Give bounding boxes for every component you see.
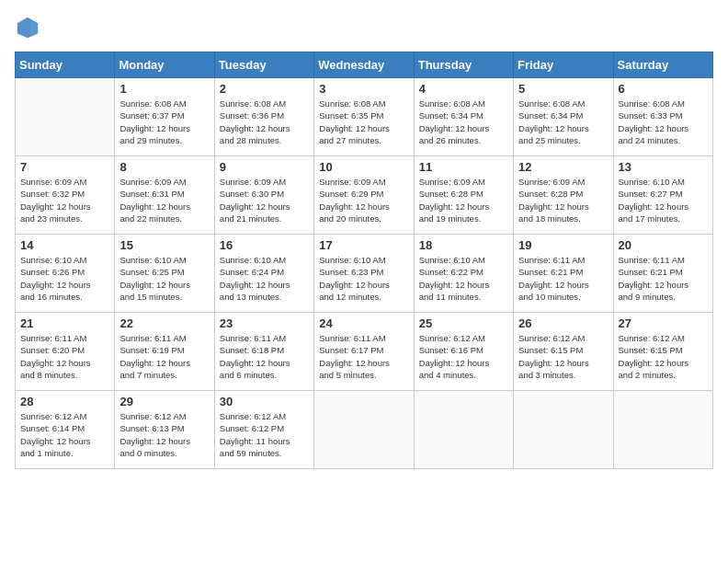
day-cell: 27Sunrise: 6:12 AM Sunset: 6:15 PM Dayli… [613, 313, 712, 391]
day-info: Sunrise: 6:11 AM Sunset: 6:20 PM Dayligh… [20, 332, 109, 381]
day-info: Sunrise: 6:09 AM Sunset: 6:30 PM Dayligh… [220, 176, 309, 224]
day-cell [613, 391, 712, 469]
day-cell [414, 391, 513, 469]
day-number: 13 [619, 160, 708, 174]
day-number: 18 [419, 238, 508, 252]
weekday-header-friday: Friday [514, 52, 613, 78]
calendar: SundayMondayTuesdayWednesdayThursdayFrid… [15, 52, 713, 469]
weekday-header-sunday: Sunday [16, 52, 115, 78]
day-cell: 1Sunrise: 6:08 AM Sunset: 6:37 PM Daylig… [115, 78, 214, 156]
day-number: 30 [220, 395, 309, 408]
day-cell: 15Sunrise: 6:10 AM Sunset: 6:25 PM Dayli… [115, 235, 214, 313]
day-number: 20 [619, 238, 708, 252]
day-info: Sunrise: 6:12 AM Sunset: 6:15 PM Dayligh… [518, 332, 608, 381]
day-number: 8 [119, 160, 209, 174]
day-number: 25 [419, 316, 508, 330]
day-info: Sunrise: 6:11 AM Sunset: 6:21 PM Dayligh… [619, 254, 708, 303]
day-cell: 16Sunrise: 6:10 AM Sunset: 6:24 PM Dayli… [214, 235, 313, 313]
day-info: Sunrise: 6:10 AM Sunset: 6:27 PM Dayligh… [619, 176, 708, 224]
day-cell: 5Sunrise: 6:08 AM Sunset: 6:34 PM Daylig… [514, 78, 613, 156]
day-number: 21 [20, 316, 109, 330]
day-info: Sunrise: 6:08 AM Sunset: 6:36 PM Dayligh… [220, 98, 309, 146]
week-row-2: 7Sunrise: 6:09 AM Sunset: 6:32 PM Daylig… [16, 156, 713, 235]
day-cell: 9Sunrise: 6:09 AM Sunset: 6:30 PM Daylig… [214, 156, 313, 235]
day-info: Sunrise: 6:09 AM Sunset: 6:32 PM Dayligh… [20, 176, 109, 224]
day-number: 24 [319, 316, 408, 330]
day-info: Sunrise: 6:09 AM Sunset: 6:29 PM Dayligh… [319, 176, 408, 224]
day-number: 19 [518, 238, 608, 252]
day-number: 6 [619, 82, 708, 96]
day-cell: 25Sunrise: 6:12 AM Sunset: 6:16 PM Dayli… [414, 313, 513, 391]
day-info: Sunrise: 6:12 AM Sunset: 6:14 PM Dayligh… [20, 410, 109, 459]
day-number: 26 [518, 316, 608, 330]
day-cell: 26Sunrise: 6:12 AM Sunset: 6:15 PM Dayli… [514, 313, 613, 391]
day-cell: 20Sunrise: 6:11 AM Sunset: 6:21 PM Dayli… [613, 235, 712, 313]
day-number: 3 [319, 82, 408, 96]
day-number: 12 [518, 160, 608, 174]
day-number: 16 [220, 238, 309, 252]
day-number: 27 [619, 316, 708, 330]
day-info: Sunrise: 6:10 AM Sunset: 6:23 PM Dayligh… [319, 254, 408, 303]
day-cell: 19Sunrise: 6:11 AM Sunset: 6:21 PM Dayli… [514, 235, 613, 313]
day-info: Sunrise: 6:11 AM Sunset: 6:19 PM Dayligh… [119, 332, 209, 381]
weekday-header-monday: Monday [115, 52, 214, 78]
day-info: Sunrise: 6:11 AM Sunset: 6:17 PM Dayligh… [319, 332, 408, 381]
day-info: Sunrise: 6:08 AM Sunset: 6:37 PM Dayligh… [119, 98, 209, 146]
day-cell: 28Sunrise: 6:12 AM Sunset: 6:14 PM Dayli… [16, 391, 115, 469]
day-cell: 30Sunrise: 6:12 AM Sunset: 6:12 PM Dayli… [214, 391, 313, 469]
day-info: Sunrise: 6:10 AM Sunset: 6:22 PM Dayligh… [419, 254, 508, 303]
day-info: Sunrise: 6:08 AM Sunset: 6:35 PM Dayligh… [319, 98, 408, 146]
day-info: Sunrise: 6:09 AM Sunset: 6:28 PM Dayligh… [518, 176, 608, 224]
day-cell: 8Sunrise: 6:09 AM Sunset: 6:31 PM Daylig… [115, 156, 214, 235]
weekday-header-saturday: Saturday [613, 52, 712, 78]
day-info: Sunrise: 6:08 AM Sunset: 6:34 PM Dayligh… [419, 98, 508, 146]
day-cell: 22Sunrise: 6:11 AM Sunset: 6:19 PM Dayli… [115, 313, 214, 391]
weekday-header-wednesday: Wednesday [314, 52, 414, 78]
weekday-header-thursday: Thursday [414, 52, 513, 78]
day-cell: 12Sunrise: 6:09 AM Sunset: 6:28 PM Dayli… [514, 156, 613, 235]
day-info: Sunrise: 6:08 AM Sunset: 6:33 PM Dayligh… [619, 98, 708, 146]
day-number: 2 [220, 82, 309, 96]
day-cell: 2Sunrise: 6:08 AM Sunset: 6:36 PM Daylig… [214, 78, 313, 156]
day-info: Sunrise: 6:09 AM Sunset: 6:31 PM Dayligh… [119, 176, 209, 224]
day-cell: 14Sunrise: 6:10 AM Sunset: 6:26 PM Dayli… [16, 235, 115, 313]
day-info: Sunrise: 6:11 AM Sunset: 6:18 PM Dayligh… [220, 332, 309, 381]
logo-icon [15, 15, 40, 40]
day-info: Sunrise: 6:11 AM Sunset: 6:21 PM Dayligh… [518, 254, 608, 303]
day-cell: 7Sunrise: 6:09 AM Sunset: 6:32 PM Daylig… [16, 156, 115, 235]
day-info: Sunrise: 6:08 AM Sunset: 6:34 PM Dayligh… [518, 98, 608, 146]
day-number: 23 [220, 316, 309, 330]
day-number: 7 [20, 160, 109, 174]
week-row-5: 28Sunrise: 6:12 AM Sunset: 6:14 PM Dayli… [16, 391, 713, 469]
day-cell: 4Sunrise: 6:08 AM Sunset: 6:34 PM Daylig… [414, 78, 513, 156]
day-number: 15 [119, 238, 209, 252]
day-info: Sunrise: 6:10 AM Sunset: 6:25 PM Dayligh… [119, 254, 209, 303]
day-info: Sunrise: 6:09 AM Sunset: 6:28 PM Dayligh… [419, 176, 508, 224]
day-number: 1 [119, 82, 209, 96]
day-number: 11 [419, 160, 508, 174]
day-cell: 11Sunrise: 6:09 AM Sunset: 6:28 PM Dayli… [414, 156, 513, 235]
day-cell: 6Sunrise: 6:08 AM Sunset: 6:33 PM Daylig… [613, 78, 712, 156]
day-number: 14 [20, 238, 109, 252]
week-row-4: 21Sunrise: 6:11 AM Sunset: 6:20 PM Dayli… [16, 313, 713, 391]
day-cell: 24Sunrise: 6:11 AM Sunset: 6:17 PM Dayli… [314, 313, 414, 391]
day-number: 29 [119, 395, 209, 408]
day-info: Sunrise: 6:12 AM Sunset: 6:15 PM Dayligh… [619, 332, 708, 381]
day-cell: 13Sunrise: 6:10 AM Sunset: 6:27 PM Dayli… [613, 156, 712, 235]
day-cell [514, 391, 613, 469]
day-cell: 10Sunrise: 6:09 AM Sunset: 6:29 PM Dayli… [314, 156, 414, 235]
day-cell: 23Sunrise: 6:11 AM Sunset: 6:18 PM Dayli… [214, 313, 313, 391]
day-info: Sunrise: 6:12 AM Sunset: 6:13 PM Dayligh… [119, 410, 209, 459]
day-cell: 18Sunrise: 6:10 AM Sunset: 6:22 PM Dayli… [414, 235, 513, 313]
day-number: 17 [319, 238, 408, 252]
day-number: 4 [419, 82, 508, 96]
day-cell [314, 391, 414, 469]
day-cell [16, 78, 115, 156]
day-number: 5 [518, 82, 608, 96]
day-info: Sunrise: 6:10 AM Sunset: 6:24 PM Dayligh… [220, 254, 309, 303]
day-cell: 21Sunrise: 6:11 AM Sunset: 6:20 PM Dayli… [16, 313, 115, 391]
day-info: Sunrise: 6:12 AM Sunset: 6:16 PM Dayligh… [419, 332, 508, 381]
week-row-3: 14Sunrise: 6:10 AM Sunset: 6:26 PM Dayli… [16, 235, 713, 313]
day-number: 22 [119, 316, 209, 330]
day-cell: 3Sunrise: 6:08 AM Sunset: 6:35 PM Daylig… [314, 78, 414, 156]
